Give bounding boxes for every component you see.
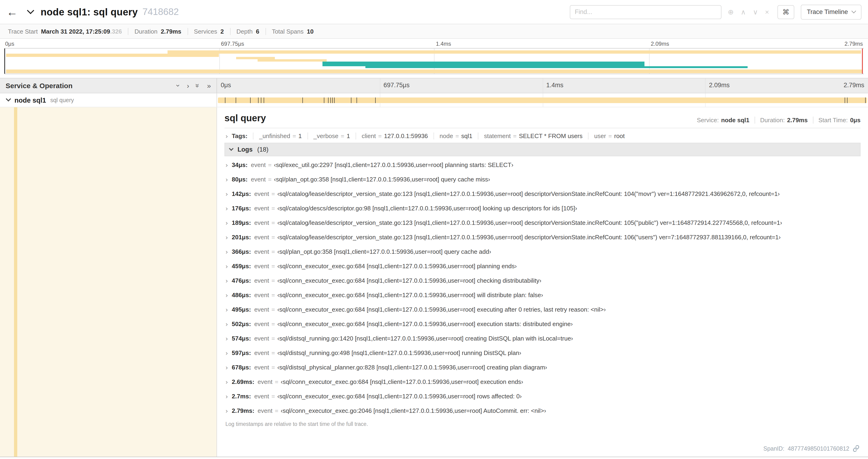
tag-value: root [614,132,625,139]
log-row[interactable]: › 142μs: event = ‹sql/catalog/lease/desc… [225,187,861,201]
tag-item: node=sql1 [434,132,478,139]
log-field-key: event [254,234,269,241]
log-row[interactable]: › 189μs: event = ‹sql/catalog/lease/desc… [225,216,861,230]
log-list: › 34μs: event = ‹sql/exec_util.go:2297 [… [224,156,861,418]
total-spans-label: Total Spans [272,28,304,35]
chevron-right-icon: › [225,277,228,284]
link-icon[interactable] [852,445,860,452]
minimap-span-bar [236,57,275,59]
logs-header[interactable]: Logs (18) [224,143,861,156]
span-operation-name: sql query [50,97,74,103]
chevron-right-icon[interactable]: › [225,133,228,139]
log-row[interactable]: › 502μs: event = ‹sql/conn_executor_exec… [225,317,861,331]
tag-item: client=127.0.0.1:59936 [355,132,434,139]
minimap-left-scrub-handle[interactable] [4,48,5,74]
minimap-right-scrub-handle[interactable] [862,48,863,74]
log-field-value: ‹sql/conn_executor_exec.go:2046 [nsql1,c… [281,407,546,414]
collapse-all-icon[interactable]: » [207,82,211,89]
duration-item: Duration2.79ms [128,28,187,35]
chevron-right-icon: › [225,350,228,356]
log-row[interactable]: › 2.79ms: event = ‹sql/conn_executor_exe… [225,403,861,418]
tag-item: user=root [588,132,630,139]
ruler-gridline [380,78,380,93]
chevron-right-icon: › [225,249,228,255]
log-row[interactable]: › 486μs: event = ‹sql/conn_executor_exec… [225,288,861,302]
next-result-icon[interactable]: ∨ [753,8,758,16]
locate-icon[interactable]: ⊕ [728,8,734,16]
expand-one-icon[interactable]: › [175,85,182,87]
equals-sign: = [271,306,275,313]
equals-sign: = [513,132,517,139]
log-row[interactable]: › 366μs: event = ‹sql/plan_opt.go:358 [n… [225,244,861,259]
span-row: node sql1 sql query [0,93,868,107]
log-row[interactable]: › 176μs: event = ‹sql/catalog/descs/desc… [225,201,861,216]
log-field-key: event [251,161,266,168]
ruler-gridline [705,78,706,93]
keyboard-shortcuts-button[interactable]: ⌘ [777,5,794,19]
chevron-right-icon: › [225,306,228,313]
collapse-one-icon[interactable]: › [187,82,189,89]
minimap-graph[interactable] [4,48,864,74]
log-row[interactable]: › 495μs: event = ‹sql/conn_executor_exec… [225,302,861,317]
collapse-controls: › › » » [178,82,211,89]
log-row[interactable]: › 678μs: event = ‹sql/distsql_physical_p… [225,360,861,374]
log-row[interactable]: › 201μs: event = ‹sql/catalog/lease/desc… [225,230,861,244]
log-field-value: ‹sql/catalog/lease/descriptor_version_st… [277,219,782,226]
expand-all-icon[interactable]: » [195,84,202,88]
time-label: 1.4ms [436,41,451,47]
depth-item: Depth6 [230,28,265,35]
chevron-right-icon: › [225,162,228,168]
trace-view-dropdown[interactable]: Trace Timeline [801,4,862,19]
back-button[interactable]: ← [6,5,25,19]
log-row[interactable]: › 80μs: event = ‹sql/plan_opt.go:358 [ns… [225,172,861,187]
time-label: 2.79ms [844,41,863,47]
logs-count: (18) [257,146,269,153]
log-row[interactable]: › 2.7ms: event = ‹sql/conn_executor_exec… [225,389,861,403]
trace-start-label: Trace Start [8,28,38,35]
minimap-span-bar [6,69,862,73]
detail-header: sql query Service:node sql1 Duration:2.7… [224,113,861,128]
log-row[interactable]: › 34μs: event = ‹sql/exec_util.go:2297 [… [225,158,861,172]
clear-search-icon[interactable]: × [765,8,769,16]
chevron-right-icon: › [225,379,228,385]
log-timestamp: 2.79ms: [232,407,254,414]
tags-toggle[interactable]: Tags: [232,132,247,139]
chevron-right-icon: › [225,321,228,327]
find-input[interactable] [569,5,721,19]
equals-sign: = [271,321,275,327]
log-field-value: ‹sql/conn_executor_exec.go:684 [nsql1,cl… [277,263,517,270]
start-time-meta: Start Time:0μs [813,117,861,124]
equals-sign: = [341,132,344,139]
equals-sign: = [271,393,275,400]
log-timestamp: 459μs: [232,263,251,270]
tag-item: _unfinished=1 [253,132,308,139]
span-bar[interactable] [218,97,867,103]
log-row[interactable]: › 476μs: event = ‹sql/conn_executor_exec… [225,273,861,288]
log-field-value: ‹sql/plan_opt.go:358 [nsql1,client=127.0… [277,248,491,255]
equals-sign: = [271,349,275,356]
log-field-value: ‹sql/conn_executor_exec.go:684 [nsql1,cl… [277,306,606,313]
duration-meta-label: Duration: [760,117,785,124]
span-row-name-cell[interactable]: node sql1 sql query [0,93,217,107]
total-spans-value: 10 [307,28,314,35]
prev-result-icon[interactable]: ∧ [741,8,746,16]
duration-value: 2.79ms [161,28,181,35]
log-timestamp: 495μs: [232,306,251,313]
log-row[interactable]: › 574μs: event = ‹sql/distsql_running.go… [225,331,861,346]
chevron-down-icon [851,9,856,13]
log-field-value: ‹sql/conn_executor_exec.go:684 [nsql1,cl… [277,393,522,400]
log-field-value: ‹sql/catalog/lease/descriptor_version_st… [277,190,780,197]
span-service-name: node sql1 [14,96,46,104]
log-row[interactable]: › 459μs: event = ‹sql/conn_executor_exec… [225,259,861,273]
chevron-right-icon: › [225,335,228,342]
log-field-value: ‹sql/conn_executor_exec.go:684 [nsql1,cl… [277,321,572,327]
log-row[interactable]: › 2.69ms: event = ‹sql/conn_executor_exe… [225,374,861,389]
chevron-down-icon[interactable] [6,96,10,104]
chevron-down-icon[interactable] [28,6,33,15]
log-field-value: ‹sql/conn_executor_exec.go:684 [nsql1,cl… [281,378,523,385]
equals-sign: = [378,132,382,139]
trace-start-value: March 31 2022, 17:25:09 [41,28,110,35]
log-timestamp: 34μs: [232,161,248,168]
log-row[interactable]: › 597μs: event = ‹sql/distsql_running.go… [225,346,861,360]
time-label: 697.75μs [221,41,244,47]
